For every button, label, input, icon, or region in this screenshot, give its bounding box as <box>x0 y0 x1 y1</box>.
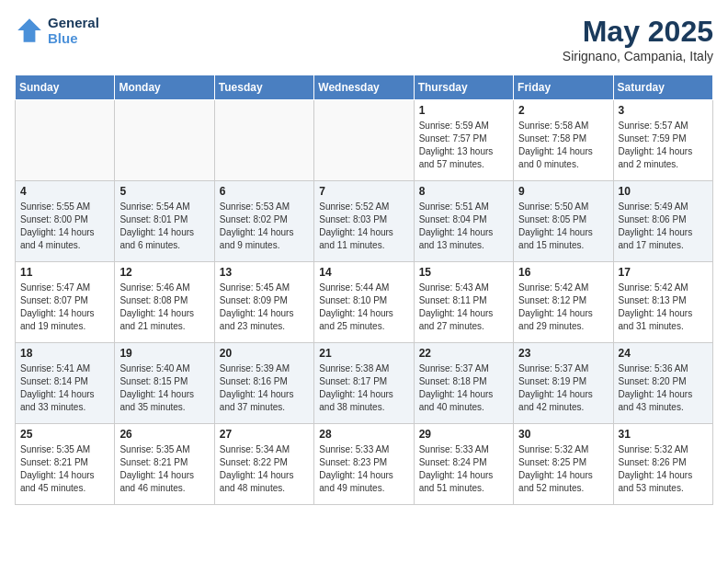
calendar-cell: 29Sunrise: 5:33 AM Sunset: 8:24 PM Dayli… <box>414 424 513 505</box>
weekday-header-wednesday: Wednesday <box>314 75 414 100</box>
day-info: Sunrise: 5:32 AM Sunset: 8:26 PM Dayligh… <box>619 443 708 495</box>
day-info: Sunrise: 5:49 AM Sunset: 8:06 PM Dayligh… <box>619 201 708 252</box>
calendar-week-4: 18Sunrise: 5:41 AM Sunset: 8:14 PM Dayli… <box>16 343 713 424</box>
page-header: General Blue May 2025 Sirignano, Campani… <box>15 15 713 63</box>
day-number: 7 <box>319 185 408 198</box>
day-number: 14 <box>319 266 408 279</box>
weekday-header-thursday: Thursday <box>414 75 513 100</box>
day-info: Sunrise: 5:43 AM Sunset: 8:11 PM Dayligh… <box>419 282 508 333</box>
day-number: 30 <box>518 428 608 441</box>
calendar-cell: 28Sunrise: 5:33 AM Sunset: 8:23 PM Dayli… <box>314 424 414 505</box>
day-number: 20 <box>220 347 309 360</box>
calendar-week-3: 11Sunrise: 5:47 AM Sunset: 8:07 PM Dayli… <box>16 262 713 343</box>
day-number: 6 <box>220 185 309 198</box>
weekday-header-friday: Friday <box>514 75 613 100</box>
weekday-header-monday: Monday <box>115 75 214 100</box>
calendar-cell: 17Sunrise: 5:42 AM Sunset: 8:13 PM Dayli… <box>613 262 712 343</box>
day-info: Sunrise: 5:35 AM Sunset: 8:21 PM Dayligh… <box>119 443 209 495</box>
day-info: Sunrise: 5:58 AM Sunset: 7:58 PM Dayligh… <box>518 120 608 171</box>
logo: General Blue <box>15 15 99 46</box>
calendar-cell: 15Sunrise: 5:43 AM Sunset: 8:11 PM Dayli… <box>414 262 513 343</box>
day-number: 21 <box>319 347 408 360</box>
day-info: Sunrise: 5:41 AM Sunset: 8:14 PM Dayligh… <box>20 362 109 414</box>
day-info: Sunrise: 5:45 AM Sunset: 8:09 PM Dayligh… <box>220 282 309 333</box>
day-number: 1 <box>419 104 508 117</box>
svg-marker-0 <box>17 18 41 42</box>
day-info: Sunrise: 5:38 AM Sunset: 8:17 PM Dayligh… <box>319 362 408 414</box>
calendar-cell: 11Sunrise: 5:47 AM Sunset: 8:07 PM Dayli… <box>16 262 115 343</box>
day-info: Sunrise: 5:34 AM Sunset: 8:22 PM Dayligh… <box>220 443 309 495</box>
calendar-cell: 30Sunrise: 5:32 AM Sunset: 8:25 PM Dayli… <box>514 424 613 505</box>
day-info: Sunrise: 5:40 AM Sunset: 8:15 PM Dayligh… <box>119 362 209 414</box>
day-number: 18 <box>20 347 109 360</box>
day-number: 2 <box>518 104 608 117</box>
day-number: 23 <box>518 347 608 360</box>
calendar-cell: 7Sunrise: 5:52 AM Sunset: 8:03 PM Daylig… <box>314 181 414 262</box>
calendar-cell: 12Sunrise: 5:46 AM Sunset: 8:08 PM Dayli… <box>115 262 214 343</box>
day-info: Sunrise: 5:55 AM Sunset: 8:00 PM Dayligh… <box>20 201 109 252</box>
day-number: 16 <box>518 266 608 279</box>
day-number: 13 <box>220 266 309 279</box>
day-info: Sunrise: 5:37 AM Sunset: 8:19 PM Dayligh… <box>518 362 608 414</box>
day-number: 25 <box>20 428 109 441</box>
calendar-week-5: 25Sunrise: 5:35 AM Sunset: 8:21 PM Dayli… <box>16 424 713 505</box>
calendar-cell: 5Sunrise: 5:54 AM Sunset: 8:01 PM Daylig… <box>115 181 214 262</box>
calendar-cell: 14Sunrise: 5:44 AM Sunset: 8:10 PM Dayli… <box>314 262 414 343</box>
calendar-cell: 4Sunrise: 5:55 AM Sunset: 8:00 PM Daylig… <box>16 181 115 262</box>
day-info: Sunrise: 5:33 AM Sunset: 8:24 PM Dayligh… <box>419 443 508 495</box>
day-number: 28 <box>319 428 408 441</box>
day-info: Sunrise: 5:39 AM Sunset: 8:16 PM Dayligh… <box>220 362 309 414</box>
day-number: 19 <box>119 347 209 360</box>
month-title: May 2025 <box>563 15 713 49</box>
day-info: Sunrise: 5:52 AM Sunset: 8:03 PM Dayligh… <box>319 201 408 252</box>
calendar-cell: 25Sunrise: 5:35 AM Sunset: 8:21 PM Dayli… <box>16 424 115 505</box>
calendar-cell: 24Sunrise: 5:36 AM Sunset: 8:20 PM Dayli… <box>613 343 712 424</box>
calendar-cell: 6Sunrise: 5:53 AM Sunset: 8:02 PM Daylig… <box>214 181 313 262</box>
logo-text: General Blue <box>48 15 99 46</box>
day-number: 3 <box>619 104 708 117</box>
day-info: Sunrise: 5:37 AM Sunset: 8:18 PM Dayligh… <box>419 362 508 414</box>
day-info: Sunrise: 5:57 AM Sunset: 7:59 PM Dayligh… <box>619 120 708 171</box>
day-number: 29 <box>419 428 508 441</box>
calendar-cell <box>214 100 313 181</box>
day-info: Sunrise: 5:42 AM Sunset: 8:12 PM Dayligh… <box>518 282 608 333</box>
calendar-cell: 21Sunrise: 5:38 AM Sunset: 8:17 PM Dayli… <box>314 343 414 424</box>
day-info: Sunrise: 5:46 AM Sunset: 8:08 PM Dayligh… <box>119 282 209 333</box>
calendar-table: SundayMondayTuesdayWednesdayThursdayFrid… <box>15 75 713 505</box>
calendar-cell: 13Sunrise: 5:45 AM Sunset: 8:09 PM Dayli… <box>214 262 313 343</box>
location-subtitle: Sirignano, Campania, Italy <box>563 49 713 63</box>
day-number: 4 <box>20 185 109 198</box>
calendar-cell: 2Sunrise: 5:58 AM Sunset: 7:58 PM Daylig… <box>514 100 613 181</box>
calendar-cell: 19Sunrise: 5:40 AM Sunset: 8:15 PM Dayli… <box>115 343 214 424</box>
day-info: Sunrise: 5:53 AM Sunset: 8:02 PM Dayligh… <box>220 201 309 252</box>
day-number: 27 <box>220 428 309 441</box>
calendar-cell: 20Sunrise: 5:39 AM Sunset: 8:16 PM Dayli… <box>214 343 313 424</box>
calendar-cell: 31Sunrise: 5:32 AM Sunset: 8:26 PM Dayli… <box>613 424 712 505</box>
calendar-cell <box>115 100 214 181</box>
day-number: 31 <box>619 428 708 441</box>
day-number: 11 <box>20 266 109 279</box>
weekday-header-saturday: Saturday <box>613 75 712 100</box>
day-info: Sunrise: 5:51 AM Sunset: 8:04 PM Dayligh… <box>419 201 508 252</box>
day-number: 10 <box>619 185 708 198</box>
day-number: 15 <box>419 266 508 279</box>
day-number: 8 <box>419 185 508 198</box>
day-info: Sunrise: 5:50 AM Sunset: 8:05 PM Dayligh… <box>518 201 608 252</box>
calendar-cell: 10Sunrise: 5:49 AM Sunset: 8:06 PM Dayli… <box>613 181 712 262</box>
calendar-cell: 26Sunrise: 5:35 AM Sunset: 8:21 PM Dayli… <box>115 424 214 505</box>
day-number: 17 <box>619 266 708 279</box>
logo-icon <box>15 16 44 45</box>
calendar-cell: 1Sunrise: 5:59 AM Sunset: 7:57 PM Daylig… <box>414 100 513 181</box>
calendar-cell: 23Sunrise: 5:37 AM Sunset: 8:19 PM Dayli… <box>514 343 613 424</box>
day-info: Sunrise: 5:44 AM Sunset: 8:10 PM Dayligh… <box>319 282 408 333</box>
day-number: 22 <box>419 347 508 360</box>
weekday-header-tuesday: Tuesday <box>214 75 313 100</box>
day-info: Sunrise: 5:54 AM Sunset: 8:01 PM Dayligh… <box>119 201 209 252</box>
day-info: Sunrise: 5:35 AM Sunset: 8:21 PM Dayligh… <box>20 443 109 495</box>
day-info: Sunrise: 5:59 AM Sunset: 7:57 PM Dayligh… <box>419 120 508 171</box>
day-info: Sunrise: 5:42 AM Sunset: 8:13 PM Dayligh… <box>619 282 708 333</box>
calendar-cell <box>16 100 115 181</box>
calendar-cell <box>314 100 414 181</box>
day-info: Sunrise: 5:33 AM Sunset: 8:23 PM Dayligh… <box>319 443 408 495</box>
calendar-cell: 22Sunrise: 5:37 AM Sunset: 8:18 PM Dayli… <box>414 343 513 424</box>
